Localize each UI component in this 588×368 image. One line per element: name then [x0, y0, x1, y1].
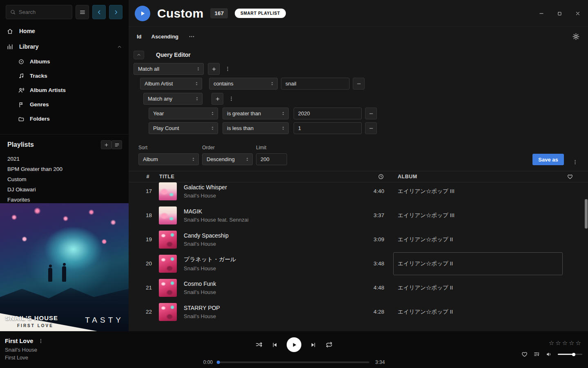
playlist-item[interactable]: 2021 [0, 154, 129, 164]
seek-thumb[interactable] [217, 361, 220, 364]
rule-operator-select[interactable]: is less than [223, 122, 289, 134]
rule-value-input[interactable] [294, 122, 362, 134]
track-info: Candy SpaceshipSnail's House [184, 232, 360, 247]
scrollbar-thumb[interactable] [585, 199, 588, 229]
close-button[interactable] [575, 11, 581, 16]
track-album-cell[interactable]: エイリアン☆ポップ II [398, 276, 588, 299]
sidebar-item-album-artists[interactable]: Album Artists [0, 83, 129, 97]
table-row[interactable]: 19Candy SpaceshipSnail's House3:09エイリアン☆… [129, 227, 588, 251]
column-album[interactable]: ALBUM [398, 174, 588, 180]
minimize-button[interactable] [539, 11, 544, 16]
previous-button[interactable] [271, 341, 278, 348]
volume-slider[interactable] [558, 354, 582, 355]
next-button[interactable] [310, 341, 317, 348]
sidebar-item-home[interactable]: Home [0, 23, 129, 39]
more-options-icon[interactable] [188, 33, 195, 40]
table-row[interactable]: 20プラネット・ガールSnail's House3:48エイリアン☆ポップ II [129, 251, 588, 276]
collapse-query-editor-button[interactable] [134, 51, 144, 59]
save-menu-icon[interactable] [572, 159, 578, 165]
table-row[interactable]: 21Cosmo FunkSnail's House4:48エイリアン☆ポップ I… [129, 276, 588, 300]
column-title[interactable]: TITLE [159, 174, 360, 180]
track-album-cell[interactable]: エイリアン☆ポップ II [398, 252, 588, 275]
match-mode-select[interactable]: Match all [134, 63, 204, 75]
playlist-item[interactable]: DJ Okawari [0, 184, 129, 195]
order-select[interactable]: Descending [202, 153, 253, 165]
track-album-cell[interactable]: エイリアン☆ポップ II [398, 301, 588, 323]
collapse-library-icon[interactable] [117, 44, 122, 49]
rule-field-select[interactable]: Year [149, 108, 218, 119]
track-album: エイリアン☆ポップ II [398, 284, 453, 292]
forward-button[interactable] [109, 5, 122, 19]
queue-button[interactable] [533, 351, 540, 358]
sort-toolbar: Id Ascending [129, 27, 588, 46]
play-playlist-button[interactable] [135, 6, 150, 21]
sidebar-item-albums[interactable]: Albums [0, 54, 129, 69]
track-duration: 3:48 [360, 260, 384, 267]
add-playlist-button[interactable] [101, 140, 111, 149]
rule-operator-select[interactable]: is greater than [223, 108, 289, 119]
seek-slider[interactable] [218, 361, 370, 363]
add-rule-button[interactable] [212, 93, 223, 105]
remove-rule-button[interactable] [365, 122, 377, 134]
track-menu-icon[interactable] [38, 338, 44, 344]
play-pause-button[interactable] [287, 337, 301, 352]
playlist-list-button[interactable] [111, 140, 122, 149]
save-as-button[interactable]: Save as [532, 154, 564, 165]
order-label: Order [202, 145, 253, 150]
back-button[interactable] [92, 5, 106, 19]
rule-value-input[interactable] [294, 108, 362, 119]
sidebar-item-folders[interactable]: Folders [0, 112, 129, 126]
sort-select[interactable]: Album [138, 153, 199, 165]
limit-label: Limit [256, 145, 287, 150]
table-row[interactable]: 18MAGIKSnail's House feat. Sennzai3:37エイ… [129, 203, 588, 227]
favorite-button[interactable] [521, 351, 528, 358]
track-album: エイリアン☆ポップ II [398, 260, 453, 267]
table-row[interactable]: 22STARRY POPSnail's House4:28エイリアン☆ポップ I… [129, 300, 588, 324]
sidebar-item-tracks[interactable]: Tracks [0, 69, 129, 83]
track-album-cell[interactable]: エイリアン☆ポップ III [398, 204, 588, 227]
volume-button[interactable] [546, 351, 552, 358]
folder-icon [18, 116, 24, 122]
playlist-item[interactable]: BPM Greater than 200 [0, 164, 129, 174]
sidebar-item-library[interactable]: Library [0, 39, 129, 54]
maximize-button[interactable] [557, 11, 562, 16]
shuffle-button[interactable] [255, 341, 263, 348]
playlist-header: Custom 167 SMART PLAYLIST [129, 0, 588, 27]
search-field[interactable] [19, 9, 68, 15]
remove-rule-button[interactable] [353, 78, 365, 90]
album-art-thumbnail [159, 206, 177, 224]
sidebar-item-genres[interactable]: Genres [0, 97, 129, 112]
column-index[interactable]: # [129, 174, 152, 180]
track-album-cell[interactable]: エイリアン☆ポップ II [398, 228, 588, 251]
add-rule-button[interactable] [208, 63, 220, 75]
rule-value-input[interactable] [281, 78, 350, 90]
playlist-item[interactable]: Custom [0, 174, 129, 184]
sort-order-button[interactable]: Ascending [151, 34, 178, 40]
settings-gear-icon[interactable] [572, 33, 580, 40]
track-index: 22 [129, 309, 152, 315]
match-mode-select[interactable]: Match any [143, 93, 203, 105]
volume-thumb[interactable] [572, 353, 575, 356]
shuffle-icon [255, 341, 263, 348]
sort-field-button[interactable]: Id [137, 34, 142, 40]
column-duration[interactable] [360, 173, 384, 180]
rule-field-select[interactable]: Play Count [149, 122, 218, 134]
rating-stars[interactable]: ☆☆☆☆☆ [549, 339, 582, 347]
search-input[interactable] [6, 5, 72, 19]
track-info: Cosmo FunkSnail's House [184, 280, 360, 295]
track-index: 18 [129, 212, 152, 218]
group-menu-icon[interactable] [228, 96, 234, 102]
track-album-cell[interactable]: エイリアン☆ポップ III [398, 182, 588, 203]
track-title: プラネット・ガール [184, 256, 360, 263]
rule-field-select[interactable]: Album Artist [140, 78, 202, 90]
limit-input[interactable] [256, 153, 287, 165]
rule-operator-select[interactable]: contains [209, 78, 278, 90]
track-duration: 4:48 [360, 285, 384, 291]
group-menu-icon[interactable] [225, 66, 231, 72]
repeat-button[interactable] [325, 341, 333, 348]
column-favorite[interactable] [567, 173, 573, 180]
remove-rule-button[interactable] [365, 108, 377, 119]
menu-button[interactable] [76, 5, 89, 19]
sidebar: Home Library AlbumsTracksAlbum ArtistsGe… [0, 0, 129, 331]
table-row[interactable]: 17Galactic WhisperSnail's House4:40エイリアン… [129, 182, 588, 203]
